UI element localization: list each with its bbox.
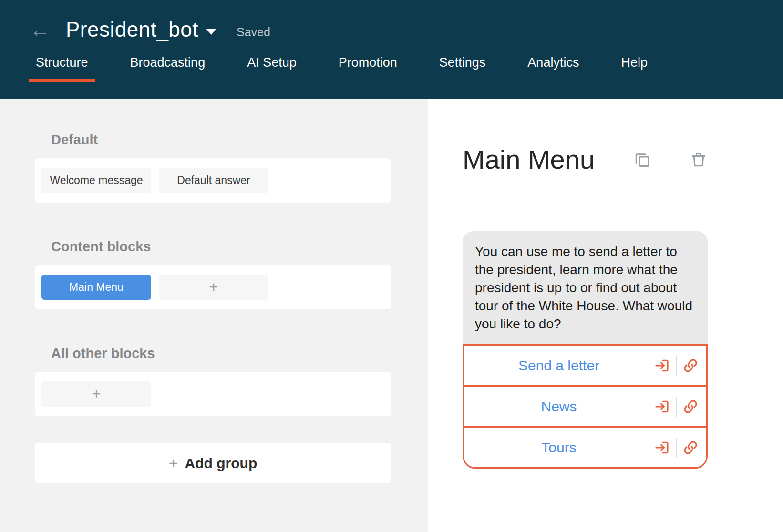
- chevron-down-icon: [206, 29, 216, 35]
- message-preview: You can use me to send a letter to the p…: [463, 231, 708, 469]
- content-blocks-card: Main Menu +: [35, 265, 391, 309]
- tab-settings[interactable]: Settings: [439, 55, 486, 82]
- copy-icon: [634, 150, 651, 169]
- add-content-block-button[interactable]: +: [159, 275, 268, 300]
- link-icon[interactable]: [682, 358, 699, 374]
- link-icon[interactable]: [682, 399, 699, 415]
- go-to-block-icon[interactable]: [654, 358, 670, 374]
- go-to-block-icon[interactable]: [654, 440, 670, 456]
- add-other-block-button[interactable]: +: [41, 381, 151, 407]
- section-title-other-blocks: All other blocks: [51, 346, 428, 361]
- save-status: Saved: [237, 25, 270, 39]
- nav-tabs: Structure Broadcasting AI Setup Promotio…: [0, 55, 783, 82]
- block-editor: Main Menu You can use me to send a lette…: [428, 99, 783, 532]
- block-main-menu[interactable]: Main Menu: [41, 275, 151, 300]
- chat-button-label: News: [464, 399, 654, 415]
- other-blocks-card: +: [35, 372, 391, 416]
- app-header: ← President_bot Saved Structure Broadcas…: [0, 0, 783, 99]
- chat-button-label: Send a letter: [464, 358, 654, 374]
- go-to-block-icon[interactable]: [654, 399, 670, 415]
- default-blocks-card: Welcome message Default answer: [35, 158, 391, 203]
- trash-icon: [690, 150, 707, 169]
- plus-icon: +: [169, 454, 178, 472]
- copy-block-button[interactable]: [634, 150, 651, 169]
- add-group-label: Add group: [185, 455, 258, 471]
- delete-block-button[interactable]: [690, 150, 707, 169]
- back-arrow-icon[interactable]: ←: [30, 19, 51, 40]
- tab-broadcasting[interactable]: Broadcasting: [130, 55, 206, 82]
- chat-button-tours[interactable]: Tours: [463, 426, 708, 469]
- tab-structure[interactable]: Structure: [36, 55, 88, 82]
- block-default-answer[interactable]: Default answer: [159, 168, 268, 193]
- header-top-row: ← President_bot Saved: [0, 0, 783, 43]
- chat-button-actions: [654, 356, 706, 376]
- add-group-button[interactable]: + Add group: [35, 443, 391, 483]
- tab-promotion[interactable]: Promotion: [339, 55, 397, 82]
- chat-button-actions: [654, 397, 706, 417]
- tab-help[interactable]: Help: [621, 55, 648, 82]
- bot-title: President_bot: [66, 18, 198, 41]
- icon-separator: [676, 356, 677, 376]
- section-title-content-blocks: Content blocks: [51, 239, 428, 255]
- structure-sidebar: Default Welcome message Default answer C…: [0, 99, 428, 532]
- block-title-row: Main Menu: [463, 144, 783, 175]
- tab-ai-setup[interactable]: AI Setup: [247, 55, 297, 82]
- link-icon[interactable]: [682, 440, 699, 456]
- chat-button-news[interactable]: News: [463, 385, 708, 428]
- section-content-blocks: Content blocks Main Menu +: [0, 239, 428, 309]
- chat-button-actions: [654, 438, 706, 458]
- content-area: Default Welcome message Default answer C…: [0, 99, 783, 532]
- icon-separator: [676, 438, 677, 458]
- section-other-blocks: All other blocks +: [0, 346, 428, 416]
- message-bubble[interactable]: You can use me to send a letter to the p…: [463, 231, 708, 346]
- section-default: Default Welcome message Default answer: [0, 132, 428, 203]
- tab-analytics[interactable]: Analytics: [527, 55, 579, 82]
- section-title-default: Default: [51, 132, 428, 148]
- bot-title-dropdown[interactable]: President_bot: [66, 18, 216, 41]
- block-title: Main Menu: [463, 144, 595, 175]
- icon-separator: [676, 397, 677, 417]
- block-welcome-message[interactable]: Welcome message: [41, 168, 151, 193]
- chat-button-label: Tours: [464, 440, 654, 456]
- chat-button-send-a-letter[interactable]: Send a letter: [463, 344, 708, 387]
